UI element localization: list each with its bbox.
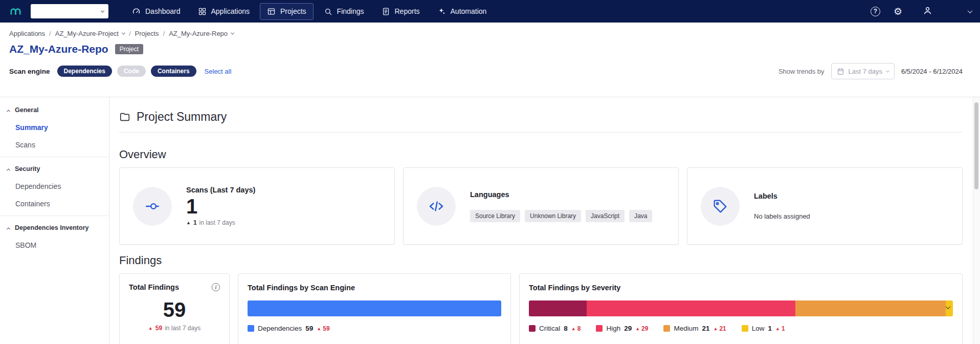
sidebar-item-containers[interactable]: Containers: [0, 195, 109, 212]
severity-legend-swatch: [663, 325, 670, 332]
scans-card-body: Scans (Last 7 days) 1 ▲ 1 in last 7 days: [186, 186, 255, 226]
severity-legend-trend: ▲ 1: [775, 325, 785, 332]
chevron-up-icon: [7, 110, 10, 113]
severity-legend-item: Critical 8 ▲ 8: [529, 325, 581, 332]
pill-code[interactable]: Code: [117, 66, 146, 77]
scrollbar-thumb[interactable]: [974, 102, 978, 189]
nav-item-reports[interactable]: Reports: [374, 3, 427, 20]
total-findings-trend-value: 59: [155, 325, 162, 332]
total-findings-title: Total Findings: [129, 283, 179, 291]
chevron-down-icon[interactable]: [231, 31, 234, 35]
top-navbar: Dashboard Applications Projects Find: [0, 0, 980, 23]
findings-by-engine-card: Total Findings by Scan Engine Dependenci…: [238, 273, 511, 344]
engine-legend-trend-value: 59: [323, 325, 329, 332]
severity-legend-label: Low: [752, 325, 765, 332]
language-tag: Unknown Library: [525, 210, 581, 222]
overview-heading: Overview: [119, 148, 963, 161]
pill-containers[interactable]: Containers: [151, 66, 196, 77]
breadcrumb-separator: /: [49, 30, 51, 37]
chevron-down-icon[interactable]: [968, 8, 973, 13]
org-select[interactable]: [31, 4, 108, 18]
navbar-right-actions: ? ⚙: [857, 6, 972, 17]
nav-label: Projects: [280, 7, 306, 15]
nav-item-projects[interactable]: Projects: [260, 3, 314, 20]
trends-period-select[interactable]: Last 7 days: [831, 63, 895, 79]
severity-bar-segment[interactable]: [795, 300, 946, 316]
nav-item-applications[interactable]: Applications: [191, 3, 257, 20]
sidebar-item-sbom[interactable]: SBOM: [0, 236, 109, 254]
languages-card-title: Languages: [470, 190, 652, 199]
language-tag: Source Library: [470, 210, 520, 222]
breadcrumb-separator: /: [163, 30, 165, 37]
settings-gear-icon[interactable]: ⚙: [894, 7, 902, 16]
main-content: Project Summary Overview Scans (Last 7 d…: [109, 97, 973, 344]
reports-icon: [382, 7, 390, 16]
severity-legend-item: High 29 ▲ 29: [596, 325, 648, 332]
scans-trend-caption: in last 7 days: [199, 219, 235, 226]
automation-sparkles-icon: [437, 7, 446, 16]
scans-card: Scans (Last 7 days) 1 ▲ 1 in last 7 days: [119, 167, 395, 245]
severity-legend: Critical 8 ▲ 8 High 29 ▲ 29: [529, 325, 953, 332]
findings-cards-row: Total Findings i 59 ▲ 59 in last 7 days …: [119, 273, 963, 344]
left-sidebar: General Summary Scans Security Dependenc…: [0, 97, 109, 344]
engine-legend-swatch: [248, 325, 254, 332]
nav-item-automation[interactable]: Automation: [430, 3, 494, 20]
help-icon[interactable]: ?: [871, 7, 880, 16]
chevron-up-icon: [7, 227, 10, 231]
vertical-scrollbar[interactable]: [973, 97, 980, 344]
nav-item-dashboard[interactable]: Dashboard: [125, 3, 188, 20]
labels-card-body: Labels No labels assigned: [754, 192, 810, 220]
scans-count: 1: [186, 195, 255, 218]
project-summary-title: Project Summary: [137, 110, 227, 124]
labels-empty-text: No labels assigned: [754, 212, 810, 220]
sidebar-section-security[interactable]: Security: [0, 160, 109, 178]
chevron-down-icon: [886, 69, 889, 72]
info-icon[interactable]: i: [212, 283, 220, 291]
app-window: Dashboard Applications Projects Find: [0, 0, 980, 344]
user-icon[interactable]: [923, 6, 932, 17]
severity-legend-trend-value: 8: [577, 325, 581, 332]
severity-legend-label: High: [606, 325, 620, 332]
nav-item-findings[interactable]: Findings: [317, 3, 371, 20]
breadcrumb-repo[interactable]: AZ_My-Azure-Repo: [169, 30, 228, 37]
trend-up-icon: ▲: [714, 326, 718, 331]
severity-legend-label: Critical: [539, 325, 560, 332]
sidebar-item-scans[interactable]: Scans: [0, 136, 109, 154]
breadcrumb: Applications / AZ_My-Azure-Project / Pro…: [9, 23, 971, 37]
severity-legend-label: Medium: [674, 325, 698, 332]
project-summary-header: Project Summary: [119, 110, 963, 124]
nav-label: Dashboard: [145, 7, 181, 15]
breadcrumb-applications[interactable]: Applications: [9, 30, 45, 37]
sidebar-item-summary[interactable]: Summary: [0, 119, 109, 136]
scan-engine-label: Scan engine: [9, 68, 50, 75]
trend-up-icon: ▲: [148, 326, 153, 331]
calendar-icon: [837, 68, 844, 75]
breadcrumb-projects[interactable]: Projects: [135, 30, 159, 37]
scans-trend: ▲ 1 in last 7 days: [186, 219, 255, 226]
total-findings-card: Total Findings i 59 ▲ 59 in last 7 days: [119, 273, 230, 344]
language-tag: Java: [629, 210, 652, 222]
engine-legend: Dependencies 59 ▲ 59: [248, 325, 501, 332]
engine-bar-segment[interactable]: [248, 300, 501, 316]
sidebar-section-dependencies-inventory[interactable]: Dependencies Inventory: [0, 219, 109, 236]
select-all-link[interactable]: Select all: [205, 68, 232, 75]
scans-card-title: Scans (Last 7 days): [186, 186, 255, 194]
overview-cards-row: Scans (Last 7 days) 1 ▲ 1 in last 7 days: [119, 167, 963, 245]
chevron-down-icon[interactable]: [122, 31, 125, 35]
code-icon: [417, 187, 456, 226]
breadcrumb-project[interactable]: AZ_My-Azure-Project: [55, 30, 119, 37]
sidebar-divider: [0, 216, 109, 216]
sidebar-item-dependencies[interactable]: Dependencies: [0, 178, 109, 195]
pill-dependencies[interactable]: Dependencies: [57, 66, 112, 77]
findings-by-severity-title: Total Findings by Severity: [529, 284, 620, 292]
severity-legend-swatch: [742, 325, 748, 332]
sidebar-section-title: General: [15, 106, 39, 114]
total-findings-trend-caption: in last 7 days: [165, 325, 201, 332]
sidebar-section-general[interactable]: General: [0, 101, 109, 119]
severity-legend-swatch: [596, 325, 603, 332]
severity-bar-segment[interactable]: [529, 300, 587, 316]
languages-card: Languages Source Library Unknown Library…: [403, 167, 679, 245]
severity-bar-segment[interactable]: [587, 300, 795, 316]
total-findings-value: 59: [129, 298, 220, 321]
engine-bar: [248, 300, 501, 316]
